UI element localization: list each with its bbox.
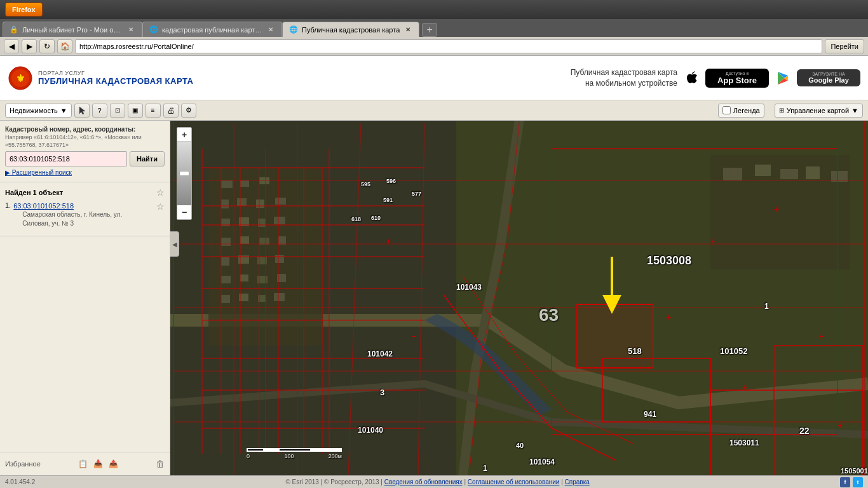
tab-bar: 🔒 Личный кабинет Pro - Мои объявле... ✕ … xyxy=(0,19,868,37)
area-tool-btn[interactable]: ▣ xyxy=(128,104,143,118)
layer-btn[interactable]: ≡ xyxy=(146,104,161,118)
twitter-icon[interactable]: t xyxy=(853,477,863,487)
result-cadastral-link[interactable]: 63:03:0101052:518 xyxy=(13,202,74,210)
version-label: 4.01.454.2 xyxy=(5,478,35,485)
tab-3-label: Публичная кадастровая карта xyxy=(302,26,400,34)
scale-200m: 200м xyxy=(329,453,342,459)
help-link[interactable]: Справка xyxy=(565,478,590,485)
advanced-search-link[interactable]: ▶ Расширенный поиск xyxy=(5,169,72,176)
svg-text:+: + xyxy=(837,420,843,430)
tab-2-close[interactable]: ✕ xyxy=(266,25,275,34)
fav-export-icon[interactable]: 📋 xyxy=(76,458,89,470)
zoom-in-button[interactable]: + xyxy=(177,128,191,142)
zoom-controls: + − xyxy=(177,127,192,220)
apple-icon xyxy=(685,71,698,86)
tab-2-icon: 🌐 xyxy=(149,25,158,34)
map-area[interactable]: + + + + + + + + 1503008 63 xyxy=(170,121,868,475)
measure-tool-btn[interactable]: ⊡ xyxy=(110,104,125,118)
scale-0: 0 xyxy=(247,453,250,459)
cursor-icon xyxy=(78,106,86,115)
result-fav-star-icon[interactable]: ☆ xyxy=(156,201,165,228)
forward-button[interactable]: ▶ xyxy=(22,39,37,53)
esri-copyright: © Esri 2013 | © Росреестр, 2013 | xyxy=(285,478,383,485)
search-input[interactable] xyxy=(5,151,127,166)
settings-btn[interactable]: ⚙ xyxy=(181,104,196,118)
tab-3-icon: 🌐 xyxy=(289,25,298,34)
sidebar-collapse-button[interactable]: ◀ xyxy=(170,231,179,257)
result-detail: 63:03:0101052:518 Самарская область, г. … xyxy=(13,201,122,228)
fav-add-icon[interactable]: 📤 xyxy=(107,458,119,470)
updates-link[interactable]: Сведения об обновлениях xyxy=(384,478,463,485)
firefox-button[interactable]: Firefox xyxy=(5,3,43,17)
favorites-label: Избранное xyxy=(5,460,41,468)
tab-1[interactable]: 🔒 Личный кабинет Pro - Мои объявле... ✕ xyxy=(3,22,142,37)
search-row: Найти xyxy=(5,151,165,166)
new-tab-button[interactable]: + xyxy=(422,23,437,37)
manage-map-button[interactable]: ⊞ Управление картой ▼ xyxy=(775,104,863,118)
back-button[interactable]: ◀ xyxy=(4,39,19,53)
tab-1-label: Личный кабинет Pro - Мои объявле... xyxy=(22,26,123,34)
svg-text:+: + xyxy=(386,237,391,246)
separator-2: | xyxy=(561,478,563,485)
tab-2-label: кадастровая публичная карта — Ян... xyxy=(162,26,262,34)
facebook-icon[interactable]: f xyxy=(840,477,850,487)
search-button[interactable]: Найти xyxy=(130,151,165,166)
address-bar[interactable] xyxy=(75,39,822,53)
reload-button[interactable]: ↻ xyxy=(39,39,55,53)
tab-2[interactable]: 🌐 кадастровая публичная карта — Ян... ✕ xyxy=(142,22,282,37)
search-label: Кадастровый номер, адрес, координаты: xyxy=(5,126,165,133)
settings-icon: ⚙ xyxy=(186,106,192,114)
go-button[interactable]: Перейти xyxy=(825,39,864,53)
logo-text: ПОРТАЛ УСЛУГ ПУБЛИЧНАЯ КАДАСТРОВАЯ КАРТА xyxy=(38,70,193,86)
appstore-button[interactable]: Доступно в App Store xyxy=(705,69,769,88)
tab-1-icon: 🔒 xyxy=(10,25,18,34)
tab-3-close[interactable]: ✕ xyxy=(403,25,412,34)
cursor-tool-btn[interactable] xyxy=(74,104,90,118)
favorites-icons: 📋 📥 📤 xyxy=(76,458,119,470)
manage-map-label: Управление картой xyxy=(787,107,849,114)
fav-import-icon[interactable]: 📥 xyxy=(92,458,104,470)
main-content: Кадастровый номер, адрес, координаты: На… xyxy=(0,121,868,475)
add-favorite-icon[interactable]: ☆ xyxy=(156,187,165,198)
manage-map-arrow-icon: ▼ xyxy=(851,107,858,114)
nav-bar: ◀ ▶ ↻ 🏠 Перейти xyxy=(0,37,868,56)
print-icon: 🖨 xyxy=(167,106,175,115)
zoom-slider[interactable] xyxy=(177,142,191,205)
svg-text:⚜: ⚜ xyxy=(16,73,25,84)
delete-favorites-icon[interactable]: 🗑 xyxy=(156,459,165,469)
home-button[interactable]: 🏠 xyxy=(57,39,72,53)
sidebar-footer: Избранное 📋 📥 📤 🗑 xyxy=(0,452,170,475)
dropdown-arrow-icon: ▼ xyxy=(60,107,67,114)
svg-text:+: + xyxy=(710,236,715,246)
tab-3[interactable]: 🌐 Публичная кадастровая карта ✕ xyxy=(282,22,419,37)
zoom-out-button[interactable]: − xyxy=(177,205,191,219)
search-hint: Например «61:6:10104:12», «61:6:*», «Мос… xyxy=(5,134,165,149)
layer-icon: ≡ xyxy=(151,107,155,114)
logo-area: ⚜ ПОРТАЛ УСЛУГ ПУБЛИЧНАЯ КАДАСТРОВАЯ КАР… xyxy=(8,65,193,91)
svg-text:+: + xyxy=(818,331,824,341)
usage-link[interactable]: Соглашение об использовании xyxy=(468,478,560,485)
googleplay-button[interactable]: ЗАГРУЗИТЕ НА Google Play xyxy=(797,69,860,86)
manage-map-icon: ⊞ xyxy=(779,107,784,114)
info-icon: ? xyxy=(98,107,102,114)
cadastral-overlay: + + + + + + + + xyxy=(170,121,868,475)
legend-button[interactable]: Легенда xyxy=(718,104,764,118)
scale-bar: 0 100 200м xyxy=(247,448,342,459)
svg-text:+: + xyxy=(412,332,416,341)
measure-icon: ⊡ xyxy=(115,107,120,114)
result-section: Найден 1 объект ☆ 1. 63:03:0101052:518 С… xyxy=(0,182,170,236)
googleplay-icon xyxy=(776,71,789,86)
result-count: Найден 1 объект xyxy=(5,189,63,196)
social-links: f t xyxy=(840,477,863,487)
app-container: ⚜ ПОРТАЛ УСЛУГ ПУБЛИЧНАЯ КАДАСТРОВАЯ КАР… xyxy=(0,56,868,488)
tab-1-close[interactable]: ✕ xyxy=(126,25,135,34)
legend-checkbox[interactable] xyxy=(722,106,731,114)
legend-label: Легенда xyxy=(733,107,760,114)
print-btn[interactable]: 🖨 xyxy=(163,104,179,118)
app-footer: 4.01.454.2 © Esri 2013 | © Росреестр, 20… xyxy=(0,475,868,488)
info-tool-btn[interactable]: ? xyxy=(92,104,107,118)
zoom-handle[interactable] xyxy=(179,171,189,176)
appstore-name: App Store xyxy=(717,76,757,85)
property-type-dropdown[interactable]: Недвижимость ▼ xyxy=(5,104,72,118)
header-right: Публичная кадастровая карта на мобильном… xyxy=(571,67,860,89)
